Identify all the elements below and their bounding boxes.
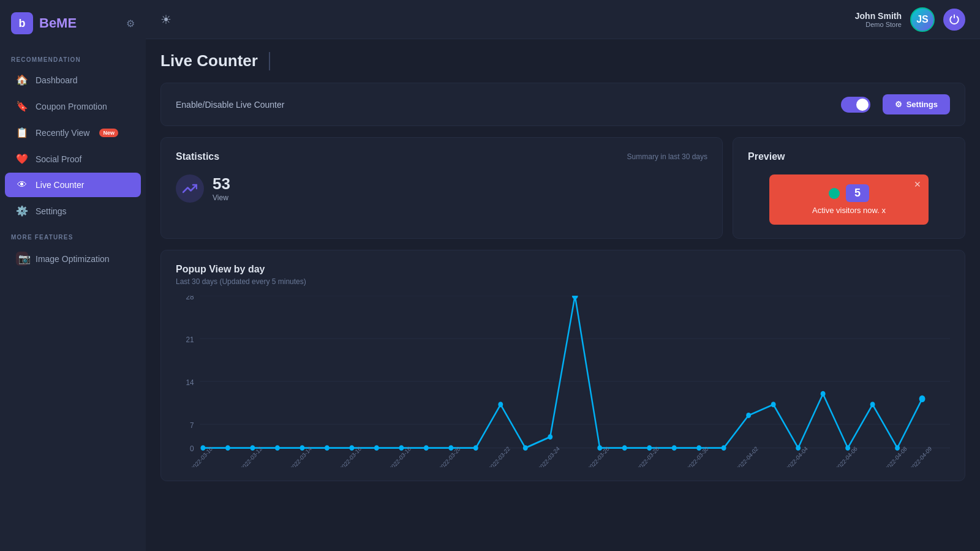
settings-btn-label: Settings: [907, 100, 938, 109]
enable-disable-row: Enable/Disable Live Counter ⚙ Settings: [160, 83, 965, 126]
stat-number-wrap: 53 View: [213, 176, 230, 202]
chart-subtitle: Last 30 days (Updated every 5 minutes): [176, 277, 950, 286]
sidebar-item-social-proof[interactable]: ❤️ Social Proof: [5, 146, 141, 171]
social-proof-icon: ❤️: [16, 153, 28, 165]
sidebar-item-dashboard[interactable]: 🏠 Dashboard: [5, 67, 141, 92]
preview-popup: ✕ 5 Active visitors now. x: [769, 174, 929, 225]
avatar: JS: [910, 7, 935, 32]
settings-btn-icon: ⚙: [895, 100, 902, 109]
statistics-title: Statistics: [176, 151, 219, 162]
live-counter-icon: 👁: [16, 179, 28, 190]
sidebar: b BeME ⚙ RECOMMENDATION 🏠 Dashboard 🔖 Co…: [0, 0, 146, 551]
preview-popup-row: 5: [829, 184, 869, 202]
svg-point-33: [771, 402, 776, 407]
settings-button[interactable]: ⚙ Settings: [883, 94, 950, 114]
topbar-left: ☀: [160, 12, 172, 27]
svg-point-31: [722, 445, 726, 451]
dashboard-icon: 🏠: [16, 74, 28, 86]
toggle-track[interactable]: [841, 97, 870, 113]
recently-view-icon: 📋: [16, 127, 28, 138]
svg-point-35: [821, 391, 826, 397]
svg-text:2022-03-24: 2022-03-24: [537, 445, 560, 467]
svg-text:21: 21: [186, 335, 194, 344]
logo-icon: b: [11, 12, 33, 34]
svg-point-27: [622, 445, 627, 451]
enable-right: ⚙ Settings: [841, 94, 950, 114]
sidebar-section-more-features: MORE FEATURES: [0, 224, 146, 244]
svg-point-15: [325, 445, 330, 451]
green-dot-icon: [829, 188, 840, 199]
sidebar-item-image-optimization[interactable]: 📷 Image Optimization: [5, 245, 141, 272]
sidebar-item-label: Live Counter: [36, 180, 84, 190]
svg-point-11: [225, 445, 230, 451]
svg-point-32: [746, 413, 751, 418]
sidebar-item-label: Dashboard: [36, 75, 78, 85]
settings-icon: ⚙️: [16, 205, 28, 217]
content-area: Live Counter Enable/Disable Live Counter…: [146, 39, 980, 551]
sidebar-item-label: Settings: [36, 206, 67, 216]
svg-text:28: 28: [186, 296, 194, 301]
svg-point-37: [870, 402, 875, 407]
user-store: Demo Store: [855, 21, 902, 28]
svg-point-19: [424, 445, 429, 451]
page-header: Live Counter: [160, 51, 965, 70]
popup-text: Active visitors now. x: [812, 206, 886, 215]
preview-popup-close-icon[interactable]: ✕: [914, 179, 921, 189]
sidebar-item-label: Social Proof: [36, 154, 81, 164]
visitor-count-box: 5: [846, 184, 869, 202]
live-counter-toggle[interactable]: [841, 97, 870, 113]
sidebar-item-recently-view[interactable]: 📋 Recently View New: [5, 120, 141, 145]
sidebar-item-coupon-promotion[interactable]: 🔖 Coupon Promotion: [5, 94, 141, 119]
svg-point-21: [473, 445, 478, 451]
logo-gear-icon[interactable]: ⚙: [126, 18, 135, 29]
svg-point-25: [572, 296, 578, 299]
user-name: John Smith: [855, 11, 902, 21]
svg-point-24: [548, 434, 552, 440]
sidebar-section-recommendation: RECOMMENDATION: [0, 47, 146, 67]
svg-text:14: 14: [186, 378, 194, 387]
toggle-thumb: [856, 99, 869, 111]
topbar: ☀ John Smith Demo Store JS: [146, 0, 980, 39]
logo-text: BeME: [39, 15, 77, 31]
sun-icon[interactable]: ☀: [160, 12, 172, 27]
stat-view-count: 53: [213, 176, 230, 192]
preview-title: Preview: [748, 151, 950, 162]
svg-point-39: [919, 395, 925, 402]
main-content: ☀ John Smith Demo Store JS Live Counter …: [146, 0, 980, 551]
sidebar-item-settings[interactable]: ⚙️ Settings: [5, 198, 141, 223]
statistics-card-header: Statistics Summary in last 30 days: [176, 151, 707, 162]
svg-point-22: [498, 402, 503, 407]
statistics-card: Statistics Summary in last 30 days 53 Vi…: [160, 137, 723, 239]
chart-area: 28 21 14 7 0: [176, 296, 950, 467]
enable-label: Enable/Disable Live Counter: [176, 100, 284, 110]
stats-preview-row: Statistics Summary in last 30 days 53 Vi…: [160, 137, 965, 239]
sidebar-item-live-counter[interactable]: 👁 Live Counter: [5, 173, 141, 197]
chart-svg: 28 21 14 7 0: [176, 296, 950, 467]
chart-title: Popup View by day: [176, 264, 950, 275]
page-title: Live Counter: [160, 51, 258, 70]
svg-text:2022-03-22: 2022-03-22: [487, 445, 511, 467]
power-button[interactable]: [943, 9, 965, 31]
svg-text:2022-04-09: 2022-04-09: [909, 445, 933, 467]
svg-point-23: [523, 445, 528, 451]
sidebar-item-label: Image Optimization: [36, 254, 110, 264]
sidebar-logo: b BeME ⚙: [0, 0, 146, 47]
topbar-right: John Smith Demo Store JS: [855, 7, 965, 32]
coupon-icon: 🔖: [16, 100, 28, 112]
chart-card: Popup View by day Last 30 days (Updated …: [160, 250, 965, 481]
sidebar-item-label: Recently View: [36, 128, 89, 138]
svg-text:0: 0: [190, 444, 194, 454]
svg-point-17: [374, 445, 379, 451]
page-title-divider: [269, 52, 270, 70]
sidebar-item-label: Coupon Promotion: [36, 102, 107, 111]
user-info: John Smith Demo Store: [855, 11, 902, 28]
stat-item-view: 53 View: [176, 174, 707, 203]
svg-text:7: 7: [190, 421, 194, 430]
stat-view-label: View: [213, 193, 230, 202]
svg-point-29: [672, 445, 677, 451]
svg-point-13: [275, 445, 280, 451]
preview-card: Preview ✕ 5 Active visitors now. x: [733, 137, 965, 239]
image-optimization-icon: 📷: [16, 252, 28, 266]
stat-trend-icon: [176, 174, 204, 203]
statistics-summary-label: Summary in last 30 days: [627, 152, 707, 161]
